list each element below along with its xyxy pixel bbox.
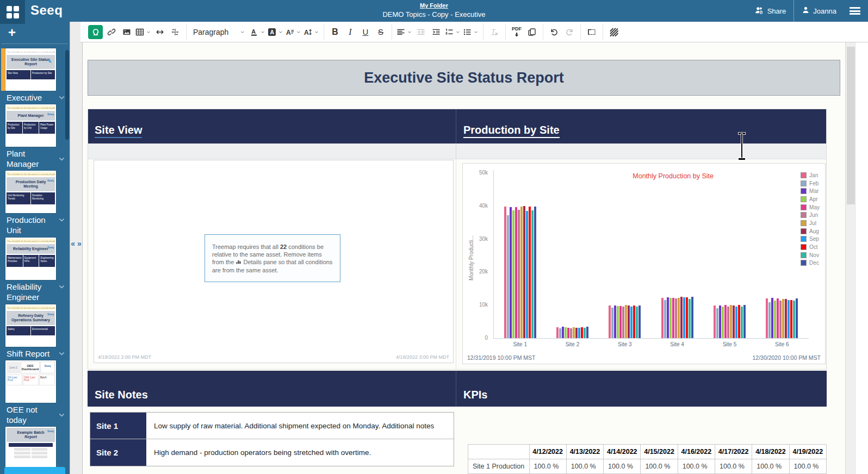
document-thumbnail[interactable]: Line 2OEE DashboardSeeqOA (Last ProdOEE …: [5, 360, 56, 403]
undo-button[interactable]: [548, 25, 561, 39]
outdent-button[interactable]: [414, 25, 427, 39]
export-pdf-button[interactable]: PDF: [510, 25, 523, 39]
collapse-expand-buttons[interactable]: « »: [70, 239, 82, 248]
insert-date-range-button[interactable]: [153, 25, 166, 39]
column-divider: [456, 159, 456, 370]
oee-cells: OA (Last ProdOEE (Last ProdBatch:: [7, 375, 55, 385]
thumbnail-cell: Environmental: [31, 326, 55, 335]
toolbar-group: [84, 24, 187, 40]
chevron-down-icon[interactable]: [58, 94, 65, 101]
document-thumbnail[interactable]: Example Batch ReportSeeq: [5, 427, 56, 469]
journal-pattern-button[interactable]: [607, 25, 621, 39]
insert-image-button[interactable]: [120, 25, 133, 39]
bold-button[interactable]: B: [328, 25, 342, 39]
sidebar-item-label[interactable]: Production: [0, 213, 67, 226]
sidebar-item-label[interactable]: Reliability: [0, 280, 67, 292]
kpis-header-cell[interactable]: KPIs: [456, 371, 827, 407]
schedule-notice: The schedule for this document is curren…: [7, 49, 55, 54]
chart-start-time: 12/31/2019 10:00 PM MST: [467, 354, 536, 361]
toolbar-group: BIUS: [324, 24, 392, 40]
insert-table-button[interactable]: [135, 25, 151, 39]
unordered-list-button[interactable]: [463, 25, 479, 39]
insert-link-button[interactable]: [105, 25, 118, 39]
ordered-list-button[interactable]: [445, 25, 461, 39]
kpi-table: 4/12/20224/13/20224/14/20224/15/20224/16…: [468, 444, 827, 474]
toolbar-group: [392, 24, 483, 40]
strikethrough-button[interactable]: S: [374, 25, 387, 39]
bar-sep-site-3: [630, 307, 633, 338]
chevron-down-icon[interactable]: [58, 411, 65, 419]
document-thumbnail[interactable]: The schedule for this document is curren…: [5, 104, 56, 147]
paragraph-style-button[interactable]: Paragraph: [191, 25, 247, 39]
production-chart-panel[interactable]: Monthly Production by Site JanFebMarAprM…: [462, 163, 826, 364]
seeq-brand-label: Seeq: [47, 429, 54, 433]
sidebar-item-label[interactable]: Shift Report: [0, 347, 67, 359]
production-by-site-header-cell[interactable]: Production by Site: [456, 109, 827, 144]
clear-formatting-button[interactable]: T: [488, 25, 501, 39]
document-thumbnail[interactable]: The schedule for this document is curren…: [5, 171, 56, 213]
home-button[interactable]: [0, 0, 25, 24]
sidebar-item-reliability: The schedule for this document is curren…: [0, 238, 70, 303]
insert-seeq-content-button[interactable]: [88, 25, 103, 39]
font-color-button[interactable]: A: [250, 25, 265, 39]
redo-button[interactable]: [563, 25, 576, 39]
bar-aug-site-5: [733, 305, 735, 338]
hamburger-menu-icon[interactable]: [850, 7, 860, 15]
page-scrollbar-thumb[interactable]: [847, 47, 855, 204]
document-canvas[interactable]: Executive Site Status Report Site View P…: [83, 42, 845, 474]
align-button[interactable]: [396, 25, 412, 39]
chevron-down-icon[interactable]: [58, 283, 65, 290]
thumbnail-cells: Site ViewProduction by Site: [7, 70, 55, 79]
line-height-button[interactable]: A: [303, 25, 319, 39]
italic-button[interactable]: I: [344, 25, 357, 39]
sidebar-item-label[interactable]: Plant Manager: [0, 147, 67, 170]
sidebar-item-label[interactable]: Executive: [0, 91, 67, 103]
x-tick-label: Site 4: [670, 341, 684, 347]
fixed-width-button[interactable]: [585, 25, 598, 39]
bar-jun-site-2: [570, 328, 572, 338]
expand-right-icon[interactable]: »: [77, 239, 82, 248]
chevron-down-icon[interactable]: [58, 155, 65, 163]
arrows-h-icon: [156, 28, 164, 36]
document-thumbnail[interactable]: The schedule for this document is curren…: [5, 304, 56, 347]
insert-page-break-button[interactable]: [169, 25, 182, 39]
site-view-panel[interactable]: Treemap requires that all 22 conditions …: [94, 160, 454, 363]
share-button[interactable]: Share: [747, 0, 794, 22]
site-notes-header-cell[interactable]: Site Notes: [88, 371, 456, 407]
bar-dec-site-5: [743, 305, 746, 338]
chevron-down-icon[interactable]: [58, 350, 65, 357]
seeq-brand-label: Seeq: [40, 361, 55, 373]
toolbar-group: T: [483, 24, 506, 40]
kpi-value: 100.0 %: [789, 459, 826, 474]
caret-down-icon: [296, 29, 301, 35]
toolbar-group: [543, 24, 581, 40]
chevron-down-icon[interactable]: [58, 216, 65, 223]
kpi-column-header: 4/12/2022: [529, 445, 566, 459]
report-title-block[interactable]: Executive Site Status Report: [88, 60, 840, 96]
collapse-left-icon[interactable]: «: [71, 239, 75, 248]
batch-header-bar: [9, 443, 53, 447]
indent-button[interactable]: [430, 25, 443, 39]
document-thumbnail[interactable]: The schedule for this document is curren…: [5, 48, 56, 91]
user-menu[interactable]: Joanna: [794, 0, 844, 22]
document-thumbnail[interactable]: The schedule for this document is curren…: [5, 238, 56, 280]
thumbnail-cell: Safety: [7, 326, 30, 335]
page-scrollbar[interactable]: [845, 42, 856, 474]
site-view-header-cell[interactable]: Site View: [88, 109, 456, 144]
add-document-button[interactable]: +: [0, 22, 70, 41]
line-height-icon: A: [303, 28, 312, 36]
section-header-row-2: Site Notes KPIs: [88, 371, 827, 407]
production-by-site-heading[interactable]: Production by Site: [463, 124, 560, 138]
site-view-heading[interactable]: Site View: [95, 124, 142, 138]
y-tick-label: 40k: [463, 203, 488, 209]
align-left-icon: [396, 28, 405, 36]
breadcrumb[interactable]: My Folder: [420, 2, 448, 9]
font-size-button[interactable]: A: [286, 25, 301, 39]
bar-feb-site-1: [507, 215, 509, 338]
sidebar-scrollbar[interactable]: [65, 50, 69, 140]
sidebar-label-text: OEE not today: [7, 404, 58, 425]
underline-button[interactable]: U: [359, 25, 372, 39]
sidebar-item-label[interactable]: OEE not today: [0, 403, 67, 426]
copy-document-button[interactable]: [525, 25, 538, 39]
background-color-button[interactable]: A: [268, 25, 283, 39]
